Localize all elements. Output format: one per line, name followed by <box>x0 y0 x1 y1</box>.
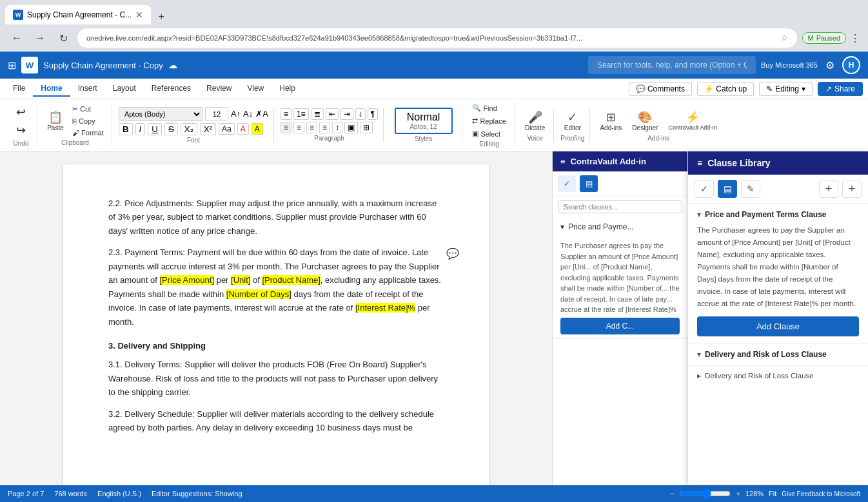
font-size-input[interactable] <box>205 107 228 121</box>
price-clause-preview: The Purchaser agrees to pay the Supplier… <box>553 237 687 314</box>
editing-button[interactable]: ✎ Editing ▾ <box>759 82 813 96</box>
undo-button[interactable]: ↩ <box>14 104 28 121</box>
tab-review[interactable]: Review <box>199 81 239 97</box>
select-button[interactable]: ▣ Select <box>469 128 508 139</box>
tab-file[interactable]: File <box>5 81 33 97</box>
borders-button[interactable]: ⊞ <box>360 122 373 133</box>
zoom-slider[interactable] <box>679 488 731 499</box>
comment-icon[interactable]: 💬 <box>446 246 459 262</box>
paste-button[interactable]: 📋 Paste <box>44 108 67 133</box>
cl-delivery-title-2[interactable]: ▸ Delivery and Risk of Loss Clause <box>697 371 859 380</box>
cv-hamburger-icon[interactable]: ≡ <box>560 157 566 166</box>
sort-button[interactable]: ↕ <box>355 108 366 120</box>
line-spacing-button[interactable]: ↕ <box>332 122 342 133</box>
paused-badge[interactable]: M Paused <box>802 32 846 44</box>
cut-button[interactable]: ✂ Cut <box>70 104 106 115</box>
align-right-button[interactable]: ≡ <box>306 122 317 133</box>
cl-price-title[interactable]: ▾ Price and Payment Terms Clause <box>697 210 859 219</box>
comments-button[interactable]: 💬 Comments <box>629 82 692 96</box>
office-search-input[interactable] <box>588 56 756 74</box>
align-left-button[interactable]: ≡ <box>281 122 291 133</box>
share-icon: ↗ <box>825 84 832 93</box>
browser-tab-active[interactable]: W Supply Chain Agreement - C... ✕ <box>5 5 151 24</box>
fit-button[interactable]: Fit <box>769 490 776 497</box>
zoom-in-button[interactable]: + <box>736 490 740 497</box>
bold-button[interactable]: B <box>119 123 133 135</box>
normal-style-button[interactable]: Normal Aptos, 12 <box>395 108 453 134</box>
cl-hamburger-icon[interactable]: ≡ <box>697 158 702 168</box>
addins-button[interactable]: ⊞ Add-ins <box>597 108 625 133</box>
highlight-button[interactable]: A <box>252 123 263 135</box>
settings-icon[interactable]: ⚙ <box>825 59 834 72</box>
cv-add-clause-button[interactable]: Add C... <box>560 318 680 334</box>
align-center-button[interactable]: ≡ <box>293 122 304 133</box>
find-button[interactable]: 🔍 Find <box>469 102 508 113</box>
section-3-2: 3.2. Delivery Schedule: Supplier will de… <box>108 407 444 435</box>
cv-check-btn[interactable]: ✓ <box>558 175 576 192</box>
cl-add-btn-2[interactable]: + <box>842 180 862 198</box>
zoom-out-button[interactable]: − <box>670 490 674 497</box>
justify-button[interactable]: ≡ <box>319 122 330 133</box>
tab-insert[interactable]: Insert <box>70 81 105 97</box>
numbering-button[interactable]: 1≡ <box>293 108 309 120</box>
bookmark-icon[interactable]: ☆ <box>781 34 788 43</box>
decrease-indent-button[interactable]: ⇤ <box>326 108 339 120</box>
back-button[interactable]: ← <box>8 29 26 47</box>
cl-edit-btn[interactable]: ✎ <box>741 180 760 198</box>
more-options-icon[interactable]: ⋮ <box>850 32 860 44</box>
forward-button[interactable]: → <box>31 29 49 47</box>
superscript-button[interactable]: X² <box>200 123 216 135</box>
font-color-button[interactable]: A <box>237 123 249 135</box>
cl-library-btn[interactable]: ▤ <box>718 180 737 198</box>
share-button[interactable]: ↗ Share <box>818 82 863 96</box>
cl-check-btn[interactable]: ✓ <box>695 180 714 198</box>
subscript-button[interactable]: X₂ <box>181 123 197 135</box>
copy-button[interactable]: ⎘ Copy <box>70 116 106 126</box>
contravault-button[interactable]: ⚡ ContraVault Add-In <box>665 108 720 133</box>
tab-home[interactable]: Home <box>33 81 70 97</box>
bullets-button[interactable]: ≡ <box>281 108 291 120</box>
shading-button[interactable]: ▣ <box>344 122 358 133</box>
designer-button[interactable]: 🎨 Designer <box>629 108 661 133</box>
office-grid-icon[interactable]: ⊞ <box>8 59 16 72</box>
browser-actions: M Paused ⋮ <box>802 32 860 44</box>
catch-up-button[interactable]: ⚡ Catch up <box>697 82 754 96</box>
dictate-button[interactable]: 🎤 Dictate <box>522 108 548 133</box>
refresh-button[interactable]: ↻ <box>54 29 72 47</box>
redo-button[interactable]: ↪ <box>14 122 28 139</box>
tab-help[interactable]: Help <box>271 81 303 97</box>
italic-button[interactable]: I <box>135 123 146 135</box>
cl-delivery-body-preview: Delivery and Risk of Loss Clause <box>705 372 814 380</box>
document-area[interactable]: 2.2. Price Adjustments: Supplier may adj… <box>0 151 552 485</box>
tab-view[interactable]: View <box>239 81 271 97</box>
increase-font-button[interactable]: A↑ <box>231 109 241 119</box>
increase-indent-button[interactable]: ⇥ <box>340 108 353 120</box>
decrease-font-button[interactable]: A↓ <box>243 109 253 119</box>
paused-label: Paused <box>816 34 840 42</box>
cl-add-clause-button[interactable]: Add Clause <box>697 316 859 336</box>
new-tab-button[interactable]: + <box>153 9 169 24</box>
price-clause-header[interactable]: ▾ Price and Payme... <box>553 217 687 237</box>
cv-search-input[interactable] <box>558 200 682 213</box>
buy-microsoft-button[interactable]: Buy Microsoft 365 <box>761 61 818 69</box>
font-case-button[interactable]: Aa <box>219 123 235 135</box>
replace-button[interactable]: ⇄ Replace <box>469 115 508 126</box>
multilevel-button[interactable]: ≣ <box>311 108 324 120</box>
tab-references[interactable]: References <box>144 81 199 97</box>
strikethrough-button[interactable]: S <box>164 123 178 135</box>
editing-ribbon-group: 🔍 Find ⇄ Replace ▣ Select Editing <box>464 102 515 148</box>
editor-button[interactable]: ✓ Editor <box>561 108 584 133</box>
cl-delivery-title[interactable]: ▾ Delivery and Risk of Loss Clause <box>697 350 859 359</box>
tab-close-button[interactable]: ✕ <box>135 10 143 20</box>
show-hide-button[interactable]: ¶ <box>368 108 378 120</box>
cv-library-btn[interactable]: ▤ <box>580 175 598 192</box>
clear-formatting-button[interactable]: ✗A <box>255 109 268 119</box>
feedback-button[interactable]: Give Feedback to Microsoft <box>782 490 860 497</box>
address-input[interactable]: onedrive.live.com/edit.aspx?resid=BDE02A… <box>77 28 797 48</box>
underline-button[interactable]: U <box>148 123 162 135</box>
user-avatar[interactable]: H <box>842 56 860 74</box>
format-painter-button[interactable]: 🖌 Format <box>70 128 106 138</box>
cl-add-btn-1[interactable]: + <box>819 180 838 198</box>
font-family-select[interactable]: Aptos (Body) <box>119 107 202 121</box>
tab-layout[interactable]: Layout <box>105 81 144 97</box>
